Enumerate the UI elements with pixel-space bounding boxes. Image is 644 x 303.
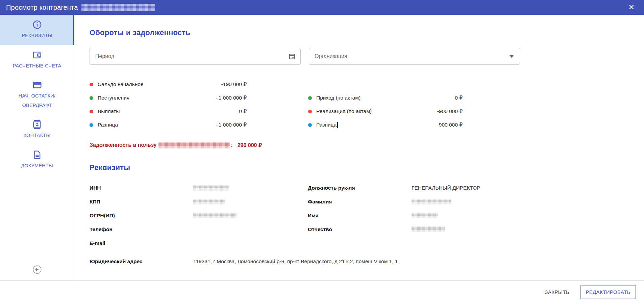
requisite-value: ГЕНЕРАЛЬНЫЙ ДИРЕКТОР: [412, 185, 480, 191]
turnover-summary: Сальдо начальное-190 000 ₽Поступления+1 …: [90, 78, 634, 132]
debt-colon: :: [231, 142, 232, 148]
turnover-row: Реализация (по актам)-900 000 ₽: [308, 105, 463, 118]
requisite-row: Отчество: [308, 222, 524, 236]
turnover-row-label: Приход (по актам): [316, 95, 361, 101]
requisite-label: Имя: [308, 213, 412, 219]
turnover-row-value: -900 000 ₽: [437, 108, 463, 114]
collapse-back-icon[interactable]: [32, 265, 42, 274]
debt-amount: 290 000 ₽: [238, 142, 262, 148]
sidebar-item-info[interactable]: РЕКВИЗИТЫ: [0, 15, 74, 45]
card-icon: [32, 80, 42, 90]
requisite-value-redacted: [193, 185, 229, 191]
requisite-label: Телефон: [90, 226, 193, 232]
requisites-grid: ИННКППОГРН(ИП)ТелефонE-mail Должность ру…: [90, 181, 634, 250]
organization-select[interactable]: [309, 48, 520, 65]
legal-address-value: 119331, г Москва, Ломоносовский р-н, пр-…: [193, 258, 398, 265]
requisite-value-redacted: [193, 213, 237, 218]
turnover-row: Выплаты0 ₽: [90, 105, 247, 118]
sidebar-item-document[interactable]: ДОКУМЕНТЫ: [0, 145, 74, 175]
turnover-row: Сальдо начальное-190 000 ₽: [90, 78, 247, 91]
document-icon: [32, 150, 42, 160]
turnover-row-label: Сальдо начальное: [98, 81, 144, 87]
dot-green-icon: [308, 96, 312, 100]
sidebar-item-label: РАСЧЕТНЫЕ СЧЕТА: [13, 61, 61, 71]
requisite-value-redacted: [412, 199, 451, 204]
debt-prefix: Задолженность в пользу: [90, 142, 156, 148]
turnover-row-label: Поступления: [98, 95, 129, 101]
requisite-label: Должность рук-ля: [308, 185, 412, 191]
requisite-label: ОГРН(ИП): [90, 213, 193, 219]
wallet-icon: [32, 50, 42, 60]
turnover-row: Разница-900 000 ₽: [308, 118, 463, 132]
calendar-icon[interactable]: [288, 53, 296, 60]
requisite-row: Имя: [308, 209, 524, 222]
dialog-header: Просмотр контрагента ✕: [0, 0, 644, 15]
edit-button[interactable]: РЕДАКТИРОВАТЬ: [580, 285, 636, 299]
requisite-value-redacted: [412, 213, 438, 218]
turnover-row-label: Разница: [316, 122, 337, 128]
turnover-heading: Обороты и задолженность: [90, 28, 634, 37]
text-cursor: [337, 122, 338, 128]
dialog-footer: ЗАКРЫТЬ РЕДАКТИРОВАТЬ: [0, 280, 644, 303]
requisite-label: ИНН: [90, 185, 193, 191]
requisite-label: Фамилия: [308, 199, 412, 205]
filters-row: [90, 48, 634, 65]
sidebar-item-label: РЕКВИЗИТЫ: [22, 31, 52, 40]
turnover-row-value: 0 ₽: [455, 95, 463, 101]
counterparty-view-dialog: Просмотр контрагента ✕ РЕКВИЗИТЫРАСЧЕТНЫ…: [0, 0, 644, 303]
dot-red-icon: [308, 110, 312, 113]
close-icon[interactable]: ✕: [626, 2, 637, 12]
turnover-row-label: Разница: [98, 122, 118, 128]
sidebar-item-label: ДОКУМЕНТЫ: [21, 161, 53, 171]
turnover-row-label: Выплаты: [98, 108, 120, 114]
turnover-row-label: Реализация (по актам): [316, 108, 372, 114]
main-content: Обороты и задолженность Сальдо начальное…: [74, 15, 644, 280]
requisite-value-redacted: [193, 199, 225, 204]
requisite-row: Должность рук-ляГЕНЕРАЛЬНЫЙ ДИРЕКТОР: [308, 181, 524, 195]
sidebar-item-label: КОНТАКТЫ: [24, 131, 51, 140]
sidebar-item-contacts[interactable]: КОНТАКТЫ: [0, 115, 74, 145]
turnover-row-value: 0 ₽: [239, 108, 247, 114]
close-button[interactable]: ЗАКРЫТЬ: [543, 286, 571, 298]
turnover-row-value: -190 000 ₽: [221, 81, 247, 87]
requisite-row: ИНН: [90, 181, 299, 195]
dot-green-icon: [90, 96, 93, 100]
requisites-heading: Реквизиты: [90, 163, 634, 172]
dialog-title: Просмотр контрагента: [6, 4, 78, 11]
period-field[interactable]: [90, 48, 301, 65]
turnover-row: Разница+1 000 000 ₽: [90, 118, 247, 132]
requisite-label: E-mail: [90, 240, 193, 246]
requisite-row: ОГРН(ИП): [90, 209, 299, 222]
chevron-down-icon[interactable]: [510, 55, 514, 58]
sidebar-item-wallet[interactable]: РАСЧЕТНЫЕ СЧЕТА: [0, 45, 74, 76]
period-input[interactable]: [95, 53, 288, 59]
counterparty-name-redacted: [81, 4, 155, 11]
requisite-label: Отчество: [308, 226, 412, 232]
legal-address-row: Юридический адрес 119331, г Москва, Ломо…: [90, 254, 634, 268]
turnover-row-value: +1 000 000 ₽: [216, 122, 247, 128]
dot-red-icon: [90, 83, 93, 86]
organization-input[interactable]: [315, 53, 508, 59]
info-icon: [32, 20, 42, 30]
turnover-row-value: +1 000 000 ₽: [216, 95, 247, 101]
debt-beneficiary-redacted: [158, 142, 230, 148]
dot-blue-icon: [90, 123, 93, 127]
contacts-icon: [32, 119, 42, 130]
turnover-row: Приход (по актам)0 ₽: [308, 91, 463, 105]
requisite-row: КПП: [90, 195, 299, 209]
dot-red-icon: [90, 110, 93, 113]
turnover-row: Поступления+1 000 000 ₽: [90, 91, 247, 105]
turnover-row-value: -900 000 ₽: [437, 122, 463, 128]
requisite-row: Фамилия: [308, 195, 524, 209]
sidebar-item-label: НАЧ. ОСТАТКИ/ ОВЕРДРАФТ: [3, 91, 71, 110]
sidebar-item-card[interactable]: НАЧ. ОСТАТКИ/ ОВЕРДРАФТ: [0, 75, 74, 115]
requisite-row: Телефон: [90, 222, 299, 236]
requisite-row: E-mail: [90, 236, 299, 250]
sidebar: РЕКВИЗИТЫРАСЧЕТНЫЕ СЧЕТАНАЧ. ОСТАТКИ/ ОВ…: [0, 15, 74, 280]
legal-address-label: Юридический адрес: [90, 258, 193, 265]
debt-line: Задолженность в пользу : 290 000 ₽: [90, 142, 634, 148]
requisite-label: КПП: [90, 199, 193, 205]
dot-blue-icon: [308, 123, 312, 127]
requisite-value-redacted: [412, 226, 445, 232]
